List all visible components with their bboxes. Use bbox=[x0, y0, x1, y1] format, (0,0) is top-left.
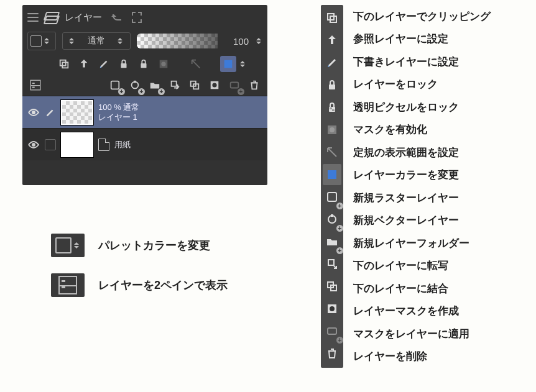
svg-point-18 bbox=[32, 143, 35, 147]
svg-point-17 bbox=[32, 111, 35, 114]
svg-rect-2 bbox=[121, 63, 127, 68]
visibility-icon[interactable] bbox=[27, 139, 40, 151]
svg-rect-24 bbox=[332, 109, 335, 111]
document-icon[interactable] bbox=[129, 10, 144, 25]
svg-rect-16 bbox=[231, 83, 239, 88]
apply-mask-icon[interactable] bbox=[226, 77, 243, 93]
paper-icon bbox=[98, 139, 109, 151]
delete-layer-icon[interactable] bbox=[246, 77, 262, 93]
strip-label: 下のレイヤーでクリッピング bbox=[353, 5, 491, 28]
legend-row: レイヤーを2ペインで表示 bbox=[51, 273, 228, 297]
palette-tab[interactable]: レイヤー bbox=[62, 11, 104, 25]
svg-rect-10 bbox=[134, 81, 136, 83]
new-raster-icon[interactable] bbox=[107, 77, 123, 93]
icon-strip bbox=[321, 5, 343, 368]
new-vector-icon[interactable] bbox=[127, 77, 143, 93]
layer-name: レイヤー 1 bbox=[98, 112, 139, 122]
two-pane-icon bbox=[51, 273, 85, 297]
layer-row[interactable]: 用紙 bbox=[22, 128, 267, 160]
opacity-value[interactable]: 100 bbox=[224, 36, 250, 47]
svg-rect-11 bbox=[172, 81, 177, 86]
merge-down-icon[interactable] bbox=[323, 276, 341, 297]
layers-icon bbox=[44, 11, 57, 24]
palette-color-icon bbox=[51, 234, 85, 257]
icon-strip-area: 下のレイヤーでクリッピング 参照レイヤーに設定 下書きレイヤーに設定 レイヤーを… bbox=[321, 5, 491, 368]
mask-enable-icon[interactable] bbox=[155, 56, 172, 72]
layer-color-icon[interactable] bbox=[220, 56, 236, 72]
create-mask-icon[interactable] bbox=[323, 298, 341, 319]
strip-label: レイヤーをロック bbox=[353, 73, 491, 96]
svg-point-6 bbox=[161, 62, 165, 66]
svg-rect-28 bbox=[328, 193, 336, 201]
new-raster-icon[interactable] bbox=[323, 186, 341, 207]
apply-mask-icon[interactable] bbox=[323, 321, 341, 342]
clip-icon[interactable] bbox=[323, 7, 341, 29]
edit-icon[interactable] bbox=[45, 107, 56, 118]
clip-icon[interactable] bbox=[56, 56, 72, 72]
strip-label: レイヤーを削除 bbox=[353, 345, 491, 368]
layer-text: 100 % 通常 レイヤー 1 bbox=[98, 103, 139, 122]
strip-label: 下のレイヤーに転写 bbox=[353, 255, 491, 278]
legend-label: パレットカラーを変更 bbox=[98, 238, 210, 253]
strip-label: マスクを有効化 bbox=[353, 119, 491, 142]
layer-color-icon[interactable] bbox=[323, 164, 341, 185]
reference-icon[interactable] bbox=[76, 56, 92, 72]
spin-icon[interactable] bbox=[240, 58, 246, 70]
spin-icon bbox=[69, 35, 75, 47]
layer-name: 用紙 bbox=[114, 140, 131, 150]
strip-label: レイヤーカラーを変更 bbox=[353, 164, 491, 187]
lock-alpha-icon[interactable] bbox=[323, 97, 341, 118]
two-pane-icon[interactable] bbox=[27, 77, 44, 93]
blend-mode-select[interactable]: 通常 bbox=[62, 32, 131, 50]
new-folder-icon[interactable] bbox=[323, 231, 341, 252]
opacity-slider[interactable] bbox=[137, 34, 218, 48]
visibility-icon[interactable] bbox=[27, 106, 40, 119]
draft-icon[interactable] bbox=[323, 52, 341, 73]
lock-icon[interactable] bbox=[116, 56, 132, 72]
svg-rect-36 bbox=[328, 328, 336, 334]
layer-palette: レイヤー 通常 100 bbox=[22, 5, 267, 185]
spin-icon[interactable] bbox=[256, 35, 262, 47]
draft-icon[interactable] bbox=[96, 56, 112, 72]
ruler-range-icon[interactable] bbox=[188, 56, 204, 72]
merge-down-icon[interactable] bbox=[187, 77, 203, 93]
palette-toolbar-1 bbox=[22, 53, 267, 75]
svg-point-26 bbox=[330, 127, 335, 132]
strip-label: 下のレイヤーに結合 bbox=[353, 277, 491, 300]
lock-alpha-icon[interactable] bbox=[136, 56, 152, 72]
lock-icon[interactable] bbox=[323, 75, 341, 96]
svg-rect-27 bbox=[328, 170, 336, 179]
strip-label: 下書きレイヤーに設定 bbox=[353, 50, 491, 73]
spin-icon bbox=[118, 35, 124, 47]
svg-point-35 bbox=[330, 306, 335, 311]
new-folder-icon[interactable] bbox=[147, 77, 163, 93]
empty-slot bbox=[45, 139, 56, 150]
ruler-range-icon[interactable] bbox=[323, 142, 341, 163]
new-vector-icon[interactable] bbox=[323, 209, 341, 230]
reference-icon[interactable] bbox=[323, 30, 341, 51]
undo-icon[interactable] bbox=[109, 10, 124, 25]
svg-rect-30 bbox=[331, 214, 333, 217]
transfer-down-icon[interactable] bbox=[167, 77, 183, 93]
svg-point-15 bbox=[212, 83, 216, 87]
palette-color-button[interactable] bbox=[27, 32, 56, 50]
strip-label: 定規の表示範囲を設定 bbox=[353, 141, 491, 164]
svg-rect-23 bbox=[330, 107, 332, 109]
menu-icon[interactable] bbox=[27, 13, 39, 22]
transfer-down-icon[interactable] bbox=[323, 253, 341, 275]
blend-mode-label: 通常 bbox=[88, 35, 105, 47]
layer-list: 100 % 通常 レイヤー 1 用紙 bbox=[22, 96, 267, 160]
mask-enable-icon[interactable] bbox=[323, 119, 341, 140]
svg-rect-7 bbox=[224, 60, 233, 68]
strip-label: 参照レイヤーに設定 bbox=[353, 28, 491, 51]
strip-label: 新規ラスターレイヤー bbox=[353, 186, 491, 209]
svg-rect-3 bbox=[141, 63, 147, 68]
layer-row[interactable]: 100 % 通常 レイヤー 1 bbox=[22, 96, 267, 128]
palette-header: レイヤー bbox=[22, 5, 267, 29]
layer-thumbnail bbox=[61, 132, 93, 157]
icon-strip-labels: 下のレイヤーでクリッピング 参照レイヤーに設定 下書きレイヤーに設定 レイヤーを… bbox=[353, 5, 491, 368]
delete-layer-icon[interactable] bbox=[323, 343, 341, 364]
strip-label: 透明ピクセルをロック bbox=[353, 96, 491, 119]
legend-row: パレットカラーを変更 bbox=[51, 234, 228, 257]
create-mask-icon[interactable] bbox=[206, 77, 223, 93]
